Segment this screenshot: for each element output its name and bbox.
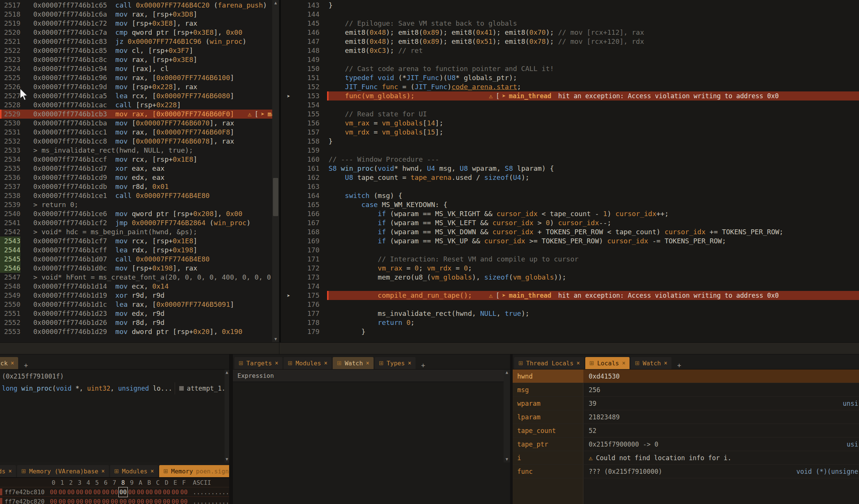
- disasm-row[interactable]: 25300x00007ff7746b1cbamov [0x00007FF7746…: [0, 119, 272, 128]
- disasm-row[interactable]: 2542> void* hdc = ms_begin_paint(hwnd, &…: [0, 227, 272, 237]
- disasm-line-number[interactable]: 2525: [0, 73, 20, 82]
- locals-row[interactable]: i⚠Could not find location info for i.: [513, 451, 859, 465]
- memory-byte[interactable]: 00: [49, 497, 58, 504]
- scroll-up-icon[interactable]: ▲: [504, 369, 510, 376]
- source-row[interactable]: 172 vm_rax = 0; vm_rdx = 0;: [281, 264, 859, 273]
- watch-scrollbar[interactable]: ▲ ▼: [504, 369, 510, 462]
- source-row[interactable]: ➤153 func(vm_globals);⚠[➤main_threadhit …: [281, 91, 859, 100]
- disasm-row[interactable]: 25440x00007ff7746b1cfflea rdx, [rsp+0x19…: [0, 246, 272, 255]
- tab-close-icon[interactable]: ×: [11, 360, 14, 366]
- disasm-row[interactable]: 25200x00007ff7746b1c7acmp qword ptr [rsp…: [0, 28, 272, 37]
- tab-watch[interactable]: ⊞Watch×: [631, 357, 671, 369]
- locals-row[interactable]: lparam21823489: [513, 410, 859, 424]
- disasm-row[interactable]: 25500x00007ff7746b1d1clea rax, [0x00007F…: [0, 300, 272, 309]
- source-row[interactable]: 151 typedef void (*JIT_Func)(U8* globals…: [281, 73, 859, 82]
- disasm-line-number[interactable]: 2521: [0, 37, 20, 46]
- disasm-line-number[interactable]: 2532: [0, 137, 20, 146]
- disasm-row[interactable]: 25260x00007ff7746b1c9dmov [rsp+0x228], r…: [0, 82, 272, 91]
- tab-memory[interactable]: ⊞Memorypoen.sign×: [159, 465, 229, 477]
- disasm-line-number[interactable]: 2544: [0, 246, 20, 255]
- memory-byte[interactable]: 00: [127, 487, 136, 497]
- source-row[interactable]: 149: [281, 55, 859, 64]
- memory-byte[interactable]: 00: [162, 497, 171, 504]
- callstack-row[interactable]: (0x215ff791001f): [0, 370, 225, 382]
- disasm-row[interactable]: 25210x00007ff7746b1c83jz 0x00007FF7746B1…: [0, 37, 272, 46]
- source-row[interactable]: 150 // Cast code arena to function point…: [281, 64, 859, 73]
- source-row[interactable]: 148 emit8(0xC3); // ret: [281, 46, 859, 55]
- memory-byte[interactable]: 00: [101, 487, 110, 497]
- disasm-line-number[interactable]: 2545: [0, 255, 20, 264]
- scroll-down-icon[interactable]: ▼: [504, 456, 510, 462]
- source-line-number[interactable]: 152: [296, 82, 319, 91]
- source-line-number[interactable]: 170: [296, 246, 319, 255]
- tab-targets[interactable]: ⊞Targets×: [234, 357, 282, 369]
- source-line-number[interactable]: 149: [296, 55, 319, 64]
- memory-byte[interactable]: 00: [110, 497, 119, 504]
- memory-byte[interactable]: 00: [154, 497, 162, 504]
- tab-thread-locals[interactable]: ⊞Thread Locals×: [514, 357, 584, 369]
- disasm-line-number[interactable]: 2526: [0, 82, 20, 91]
- source-row[interactable]: 144: [281, 10, 859, 19]
- disasm-row[interactable]: 25430x00007ff7746b1cf7mov rcx, [rsp+0x1E…: [0, 237, 272, 246]
- source-row[interactable]: 152 JIT_Func func = (JIT_Func)code_arena…: [281, 82, 859, 91]
- source-line-number[interactable]: 160: [296, 155, 319, 164]
- disasm-row[interactable]: 25380x00007ff7746b1ce1call 0x00007FF7746…: [0, 191, 272, 200]
- memory-byte[interactable]: 00: [58, 497, 67, 504]
- source-line-number[interactable]: 156: [296, 119, 319, 128]
- memory-byte[interactable]: 00: [162, 487, 171, 497]
- disasm-row[interactable]: 25250x00007ff7746b1c96mov rax, [0x00007F…: [0, 73, 272, 82]
- memory-row[interactable]: ff7e42bc82000000000000000000000000000000…: [0, 497, 229, 504]
- source-line-number[interactable]: 147: [296, 37, 319, 46]
- disasm-line-number[interactable]: 2533: [0, 146, 20, 155]
- source-row[interactable]: 170: [281, 246, 859, 255]
- memory-byte[interactable]: 00: [93, 487, 101, 497]
- source-row[interactable]: 169 if (wparam == MS_VK_UP && cursor_idx…: [281, 237, 859, 246]
- disasm-row[interactable]: 25520x00007ff7746b1d26mov r8d, r9d: [0, 318, 272, 327]
- tab-close-icon[interactable]: ×: [622, 360, 625, 366]
- locals-row[interactable]: tape_count52: [513, 424, 859, 438]
- disasm-line-number[interactable]: 2534: [0, 155, 20, 164]
- source-row[interactable]: 159: [281, 146, 859, 155]
- memory-byte[interactable]: 00: [49, 487, 58, 497]
- source-line-number[interactable]: 169: [296, 237, 319, 246]
- disasm-line-number[interactable]: 2536: [0, 173, 20, 182]
- source-line-number[interactable]: 166: [296, 209, 319, 218]
- source-row[interactable]: 162 U8 tape_count = tape_arena.used / si…: [281, 173, 859, 182]
- disasm-row[interactable]: 25400x00007ff7746b1ce6mov qword ptr [rsp…: [0, 209, 272, 218]
- tab-ds[interactable]: ds×: [0, 465, 16, 477]
- tab-memory-varena-base[interactable]: ⊞Memory (VArena)base×: [17, 465, 109, 477]
- disasm-line-number[interactable]: 2553: [0, 327, 20, 336]
- disasm-row[interactable]: 2547> void* hFont = ms_create_font_a(20,…: [0, 273, 272, 282]
- disasm-line-number[interactable]: 2535: [0, 164, 20, 173]
- memory-byte[interactable]: 00: [136, 497, 145, 504]
- source-line-number[interactable]: 179: [296, 327, 319, 336]
- disasm-row[interactable]: 25340x00007ff7746b1ccfmov rcx, [rsp+0x1E…: [0, 155, 272, 164]
- source-row[interactable]: 163: [281, 182, 859, 191]
- disasm-row[interactable]: 25410x00007ff7746b1cf2jmp 0x00007FF7746B…: [0, 218, 272, 227]
- disasm-row[interactable]: 25230x00007ff7746b1c8cmov rax, [rsp+0x3E…: [0, 55, 272, 64]
- tab-modules[interactable]: ⊞Modules×: [110, 465, 158, 477]
- source-line-number[interactable]: 178: [296, 318, 319, 327]
- source-line-number[interactable]: 145: [296, 19, 319, 28]
- execution-arrow-icon[interactable]: ➤: [281, 92, 296, 101]
- variable-name[interactable]: func: [513, 465, 583, 478]
- disasm-row[interactable]: 25170x00007ff7746b1c65call 0x00007FF7746…: [0, 1, 272, 10]
- source-line-number[interactable]: 176: [296, 300, 319, 309]
- disasm-line-number[interactable]: 2539: [0, 200, 20, 209]
- disasm-line-number[interactable]: 2522: [0, 46, 20, 55]
- disasm-row[interactable]: 25350x00007ff7746b1cd7xor eax, eax: [0, 164, 272, 173]
- source-line-number[interactable]: 161: [296, 164, 319, 173]
- new-tab-button[interactable]: +: [673, 361, 686, 369]
- scroll-up-icon[interactable]: ▲: [225, 369, 229, 376]
- memory-byte[interactable]: 00: [171, 497, 180, 504]
- scroll-up-icon[interactable]: ▲: [272, 0, 279, 6]
- new-tab-button[interactable]: +: [19, 361, 33, 369]
- disasm-row[interactable]: 25490x00007ff7746b1d19xor r9d, r9d: [0, 291, 272, 300]
- tab-close-icon[interactable]: ×: [8, 468, 12, 475]
- source-line-number[interactable]: 175: [296, 291, 319, 300]
- disasm-row[interactable]: 25280x00007ff7746b1caccall [rsp+0x228]: [0, 100, 272, 110]
- source-line-number[interactable]: 162: [296, 173, 319, 182]
- tab-close-icon[interactable]: ×: [577, 360, 580, 366]
- source-row[interactable]: 158}: [281, 137, 859, 146]
- source-line-number[interactable]: 173: [296, 273, 319, 282]
